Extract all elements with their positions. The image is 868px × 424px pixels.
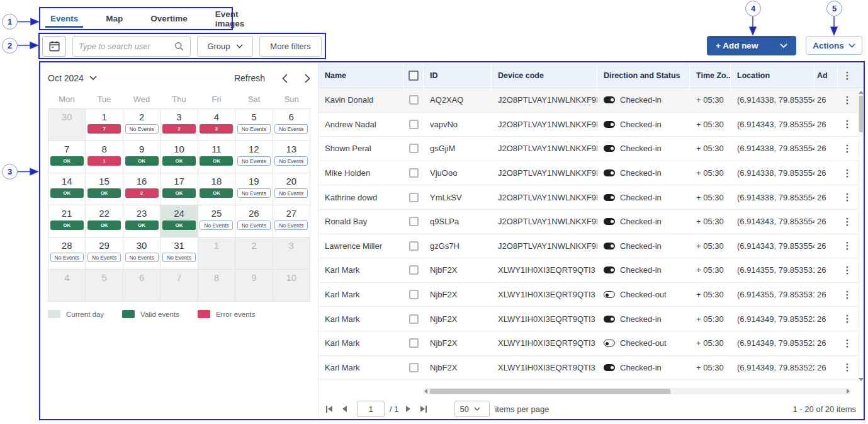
page-number-input[interactable]	[357, 401, 385, 417]
calendar-day-cell[interactable]: 5No Events	[235, 109, 273, 141]
day-status-badge[interactable]: OK	[125, 156, 159, 166]
next-month-button[interactable]	[305, 74, 310, 83]
row-checkbox[interactable]	[409, 363, 419, 372]
day-status-badge[interactable]: No Events	[87, 253, 121, 262]
column-header-address[interactable]: Ad	[814, 64, 838, 88]
search-input[interactable]	[79, 42, 174, 51]
day-status-badge[interactable]: 2	[162, 124, 196, 134]
scroll-left-icon[interactable]	[424, 389, 427, 394]
column-header-device[interactable]: Device code	[492, 64, 597, 88]
calendar-day-cell[interactable]: 9OK	[123, 141, 161, 173]
calendar-day-cell[interactable]: 21OK	[48, 205, 86, 238]
calendar-day-cell[interactable]: 7OK	[48, 141, 86, 173]
day-status-badge[interactable]: No Events	[274, 188, 308, 198]
row-checkbox[interactable]	[409, 168, 419, 178]
day-status-badge[interactable]: 1	[87, 156, 121, 166]
day-status-badge[interactable]: OK	[162, 156, 196, 166]
month-selector[interactable]: Oct 2024	[48, 73, 97, 83]
day-status-badge[interactable]: No Events	[125, 253, 159, 262]
row-menu-button[interactable]: ⋮	[838, 313, 857, 324]
scroll-down-icon[interactable]	[859, 378, 864, 381]
table-row[interactable]: Karl MarkNjbF2XXLWY1IH0XI3EQRT9QTI3Check…	[318, 356, 864, 381]
table-row[interactable]: Shown PeralgsGjiMJ2O8PTLVAY1NWLNKXF9PChe…	[318, 137, 864, 161]
column-menu-button[interactable]: ⋮	[838, 64, 857, 88]
day-status-badge[interactable]: No Events	[237, 221, 271, 230]
day-status-badge[interactable]: No Events	[274, 221, 308, 230]
calendar-day-cell[interactable]: 17	[86, 109, 123, 141]
day-status-badge[interactable]: No Events	[274, 124, 308, 134]
column-header-id[interactable]: ID	[424, 64, 492, 88]
first-page-button[interactable]	[326, 406, 332, 413]
row-menu-button[interactable]: ⋮	[838, 240, 857, 251]
day-status-badge[interactable]: OK	[162, 221, 196, 230]
select-all-checkbox[interactable]	[409, 71, 419, 81]
day-status-badge[interactable]: No Events	[200, 221, 233, 230]
scroll-up-icon[interactable]	[859, 91, 864, 94]
row-menu-button[interactable]: ⋮	[838, 289, 857, 301]
calendar-day-cell[interactable]: 13No Events	[273, 141, 310, 173]
horizontal-scrollbar[interactable]	[423, 388, 851, 394]
calendar-day-cell[interactable]: 42	[198, 109, 235, 141]
calendar-day-cell[interactable]: 17OK	[161, 173, 198, 205]
last-page-button[interactable]	[420, 406, 427, 413]
calendar-day-cell[interactable]: 11OK	[198, 141, 235, 173]
vertical-scrollbar[interactable]	[858, 89, 864, 383]
calendar-day-cell[interactable]: 22OK	[86, 205, 123, 238]
day-status-badge[interactable]: No Events	[237, 188, 271, 198]
next-page-button[interactable]	[406, 406, 410, 412]
row-menu-button[interactable]: ⋮	[838, 265, 857, 276]
prev-month-button[interactable]	[282, 74, 288, 83]
calendar-day-cell[interactable]: 28No Events	[48, 238, 86, 270]
calendar-day-cell[interactable]: 18OK	[198, 173, 235, 205]
table-row[interactable]: Karl MarkNjbF2XXLWY1IH0XI3EQRT9QTI3Check…	[318, 307, 864, 331]
add-new-button[interactable]: + Add new	[707, 36, 796, 55]
calendar-day-cell[interactable]: 19No Events	[235, 173, 273, 205]
row-menu-button[interactable]: ⋮	[838, 168, 857, 179]
more-filters-button[interactable]: More filters	[259, 36, 322, 57]
table-row[interactable]: Mike HoldenVjuOooJ2O8PTLVAY1NWLNKXF9PChe…	[318, 161, 864, 186]
vertical-scrollbar-thumb[interactable]	[859, 96, 863, 132]
day-status-badge[interactable]: OK	[200, 156, 233, 166]
row-checkbox[interactable]	[409, 338, 419, 348]
day-status-badge[interactable]: 2	[125, 188, 159, 198]
day-status-badge[interactable]: OK	[50, 221, 84, 230]
column-header-name[interactable]: Name	[318, 64, 403, 88]
table-row[interactable]: Karl MarkNjbF2XXLWY1IH0XI3EQRT9QTI3Check…	[318, 331, 864, 356]
scroll-right-icon[interactable]	[847, 389, 850, 394]
column-header-direction[interactable]: Direction and Status	[597, 64, 690, 88]
prev-page-button[interactable]	[342, 406, 347, 412]
row-checkbox[interactable]	[409, 217, 419, 226]
tab-overtime[interactable]: Overtime	[145, 8, 193, 29]
table-row[interactable]: Kavin DonaldAQ2XAQJ2O8PTLVAY1NWLNKXF9PCh…	[318, 88, 864, 113]
calendar-day-cell[interactable]: 14OK	[48, 173, 86, 205]
calendar-day-cell[interactable]: 15OK	[86, 173, 123, 205]
row-menu-button[interactable]: ⋮	[838, 338, 857, 349]
row-checkbox[interactable]	[409, 290, 419, 299]
row-checkbox[interactable]	[409, 241, 419, 251]
row-menu-button[interactable]: ⋮	[838, 143, 857, 154]
row-checkbox[interactable]	[409, 314, 419, 324]
tab-event-images[interactable]: Event images	[210, 8, 250, 29]
table-row[interactable]: Karl MarkNjbF2XXLWY1IH0XI3EQRT9QTI3Check…	[318, 258, 864, 283]
table-row[interactable]: Ronald Bayq9SLPaJ2O8PTLVAY1NWLNKXF9PChec…	[318, 210, 864, 234]
row-checkbox[interactable]	[409, 193, 419, 202]
day-status-badge[interactable]: No Events	[50, 253, 84, 262]
row-menu-button[interactable]: ⋮	[838, 362, 857, 373]
day-status-badge[interactable]: 7	[87, 124, 121, 134]
row-menu-button[interactable]: ⋮	[838, 118, 857, 130]
calendar-day-cell[interactable]: 23OK	[123, 205, 161, 238]
row-checkbox[interactable]	[409, 120, 419, 129]
table-row[interactable]: Kathrine dowdYmLkSVJ2O8PTLVAY1NWLNKXF9PC…	[318, 185, 864, 210]
row-checkbox[interactable]	[409, 265, 419, 275]
day-status-badge[interactable]: No Events	[237, 156, 271, 166]
table-row[interactable]: Andrew NadalvapvNoJ2O8PTLVAY1NWLNKXF9PCh…	[318, 113, 864, 137]
chevron-down-icon[interactable]	[780, 43, 787, 49]
day-status-badge[interactable]: No Events	[237, 124, 271, 134]
calendar-day-cell[interactable]: 81	[86, 141, 123, 173]
calendar-day-cell[interactable]: 27No Events	[273, 205, 310, 238]
day-status-badge[interactable]: OK	[50, 156, 84, 166]
row-menu-button[interactable]: ⋮	[838, 216, 857, 227]
calendar-day-cell[interactable]: 30No Events	[123, 238, 161, 270]
day-status-badge[interactable]: No Events	[162, 253, 196, 262]
row-menu-button[interactable]: ⋮	[838, 95, 857, 106]
